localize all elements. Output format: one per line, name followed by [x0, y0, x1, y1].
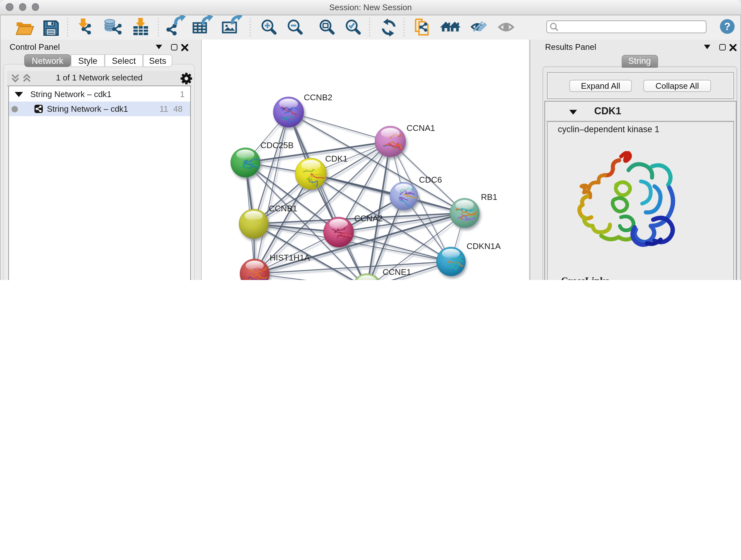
svg-text:CCNA2: CCNA2: [354, 213, 383, 223]
svg-text:CCNE1: CCNE1: [383, 267, 411, 277]
svg-text:CDKN1A: CDKN1A: [467, 241, 501, 251]
svg-text:RB1: RB1: [481, 192, 497, 202]
svg-text:CDC6: CDC6: [419, 175, 442, 185]
svg-text:CCNA1: CCNA1: [407, 123, 435, 133]
svg-text:CCNB2: CCNB2: [304, 92, 332, 102]
svg-text:CDC25B: CDC25B: [260, 140, 293, 150]
svg-text:CCNB1: CCNB1: [269, 204, 297, 213]
svg-text:HIST1H1A: HIST1H1A: [270, 253, 310, 262]
svg-text:CDK1: CDK1: [325, 154, 347, 164]
svg-text:?: ?: [724, 20, 731, 32]
